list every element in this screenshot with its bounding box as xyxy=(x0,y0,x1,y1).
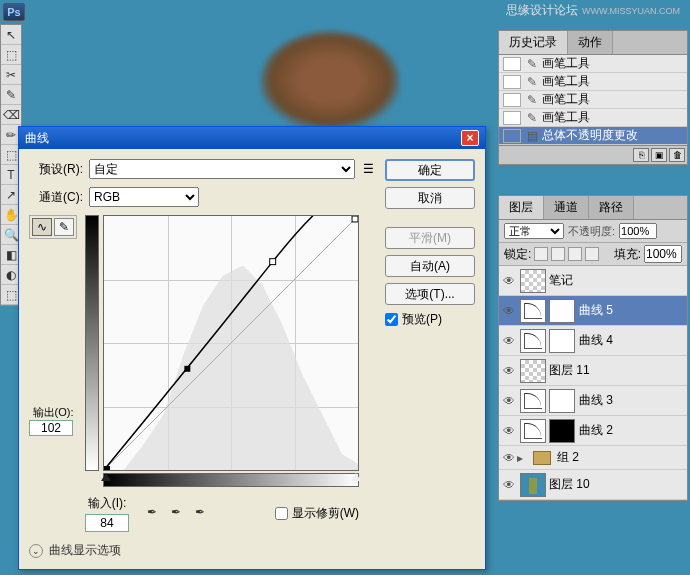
fill-input[interactable] xyxy=(644,245,682,263)
white-point-dropper-icon[interactable]: ✒ xyxy=(191,505,209,523)
layer-name: 曲线 3 xyxy=(579,392,613,409)
layer-name: 曲线 5 xyxy=(579,302,613,319)
layer-list: 👁笔记👁曲线 5👁曲线 4👁图层 11👁曲线 3👁曲线 2👁▸组 2👁图层 10 xyxy=(499,266,687,500)
svg-rect-3 xyxy=(184,366,190,372)
layer-item[interactable]: 👁曲线 4 xyxy=(499,326,687,356)
layer-name: 笔记 xyxy=(549,272,573,289)
visibility-icon[interactable]: 👁 xyxy=(501,334,517,348)
adjust-thumb xyxy=(520,299,546,323)
input-gradient[interactable] xyxy=(103,473,359,487)
tool-0[interactable]: ↖ xyxy=(1,25,21,45)
layer-thumb xyxy=(520,473,546,497)
output-label: 输出(O): xyxy=(29,405,77,420)
mask-thumb xyxy=(549,419,575,443)
blend-mode-select[interactable]: 正常 xyxy=(504,223,564,239)
ok-button[interactable]: 确定 xyxy=(385,159,475,181)
show-clip-checkbox[interactable]: 显示修剪(W) xyxy=(275,505,359,522)
lock-all-icon[interactable] xyxy=(585,247,599,261)
tool-1[interactable]: ⬚ xyxy=(1,45,21,65)
curve-mode-pencil-icon[interactable]: ✎ xyxy=(54,218,74,236)
history-item[interactable]: ✎画笔工具 xyxy=(499,55,687,73)
channel-label: 通道(C): xyxy=(29,189,83,206)
layer-item[interactable]: 👁笔记 xyxy=(499,266,687,296)
tab-channels[interactable]: 通道 xyxy=(544,196,589,219)
preset-menu-icon[interactable]: ☰ xyxy=(361,162,375,176)
history-new-icon[interactable]: ▣ xyxy=(651,148,667,162)
curves-dialog: 曲线 × 预设(R): 自定 ☰ 通道(C): RGB ∿ ✎ 输出 xyxy=(18,126,486,570)
lock-pixels-icon[interactable] xyxy=(551,247,565,261)
gray-point-dropper-icon[interactable]: ✒ xyxy=(167,505,185,523)
adjust-thumb xyxy=(520,329,546,353)
canvas-content xyxy=(260,30,400,130)
preset-select[interactable]: 自定 xyxy=(89,159,355,179)
mask-thumb xyxy=(549,299,575,323)
history-item[interactable]: ▤总体不透明度更改 xyxy=(499,127,687,145)
folder-icon xyxy=(533,451,551,465)
output-gradient xyxy=(85,215,99,471)
svg-rect-4 xyxy=(270,259,276,265)
watermark: 思缘设计论坛WWW.MISSYUAN.COM xyxy=(506,2,680,19)
curve-mode-spline-icon[interactable]: ∿ xyxy=(32,218,52,236)
curve-grid[interactable] xyxy=(103,215,359,471)
lock-label: 锁定: xyxy=(504,246,531,263)
output-input[interactable] xyxy=(29,420,73,436)
layer-item[interactable]: 👁曲线 3 xyxy=(499,386,687,416)
history-item[interactable]: ✎画笔工具 xyxy=(499,109,687,127)
history-delete-icon[interactable]: 🗑 xyxy=(669,148,685,162)
adjust-thumb xyxy=(520,389,546,413)
curves-title-text: 曲线 xyxy=(25,130,49,147)
layer-thumb xyxy=(520,359,546,383)
layer-item[interactable]: 👁▸组 2 xyxy=(499,446,687,470)
chevron-icon: ⌄ xyxy=(29,544,43,558)
layers-blend-row: 正常 不透明度: xyxy=(499,220,687,243)
preset-label: 预设(R): xyxy=(29,161,83,178)
black-point-dropper-icon[interactable]: ✒ xyxy=(143,505,161,523)
layer-name: 图层 11 xyxy=(549,362,590,379)
layer-name: 曲线 4 xyxy=(579,332,613,349)
history-item[interactable]: ✎画笔工具 xyxy=(499,91,687,109)
input-input[interactable] xyxy=(85,514,129,532)
visibility-icon[interactable]: 👁 xyxy=(501,274,517,288)
visibility-icon[interactable]: 👁 xyxy=(501,451,517,465)
mask-thumb xyxy=(549,389,575,413)
layer-item[interactable]: 👁曲线 2 xyxy=(499,416,687,446)
history-footer: ⎘ ▣ 🗑 xyxy=(499,145,687,164)
tool-4[interactable]: ⌫ xyxy=(1,105,21,125)
cancel-button[interactable]: 取消 xyxy=(385,187,475,209)
history-new-snapshot-icon[interactable]: ⎘ xyxy=(633,148,649,162)
layer-name: 组 2 xyxy=(557,449,579,466)
tool-3[interactable]: ✎ xyxy=(1,85,21,105)
tab-history[interactable]: 历史记录 xyxy=(499,31,568,54)
history-list: ✎画笔工具✎画笔工具✎画笔工具✎画笔工具▤总体不透明度更改 xyxy=(499,55,687,145)
tab-paths[interactable]: 路径 xyxy=(589,196,634,219)
tab-layers[interactable]: 图层 xyxy=(499,196,544,219)
visibility-icon[interactable]: 👁 xyxy=(501,364,517,378)
layer-name: 图层 10 xyxy=(549,476,590,493)
tab-actions[interactable]: 动作 xyxy=(568,31,613,54)
curves-titlebar[interactable]: 曲线 × xyxy=(19,127,485,149)
tool-2[interactable]: ✂ xyxy=(1,65,21,85)
visibility-icon[interactable]: 👁 xyxy=(501,478,517,492)
layer-item[interactable]: 👁曲线 5 xyxy=(499,296,687,326)
visibility-icon[interactable]: 👁 xyxy=(501,304,517,318)
history-item[interactable]: ✎画笔工具 xyxy=(499,73,687,91)
channel-select[interactable]: RGB xyxy=(89,187,199,207)
curve-display-options[interactable]: ⌄ 曲线显示选项 xyxy=(29,542,375,559)
curve-svg xyxy=(104,216,358,470)
lock-transparent-icon[interactable] xyxy=(534,247,548,261)
fill-label: 填充: xyxy=(614,246,641,263)
adjust-thumb xyxy=(520,419,546,443)
close-icon[interactable]: × xyxy=(461,130,479,146)
svg-marker-0 xyxy=(104,266,358,470)
preview-checkbox[interactable]: 预览(P) xyxy=(385,311,475,328)
layers-lock-row: 锁定: 填充: xyxy=(499,243,687,266)
layers-tabs: 图层 通道 路径 xyxy=(499,196,687,220)
visibility-icon[interactable]: 👁 xyxy=(501,424,517,438)
lock-position-icon[interactable] xyxy=(568,247,582,261)
visibility-icon[interactable]: 👁 xyxy=(501,394,517,408)
layer-item[interactable]: 👁图层 11 xyxy=(499,356,687,386)
opacity-input[interactable] xyxy=(619,223,657,239)
auto-button[interactable]: 自动(A) xyxy=(385,255,475,277)
options-button[interactable]: 选项(T)... xyxy=(385,283,475,305)
layer-item[interactable]: 👁图层 10 xyxy=(499,470,687,500)
